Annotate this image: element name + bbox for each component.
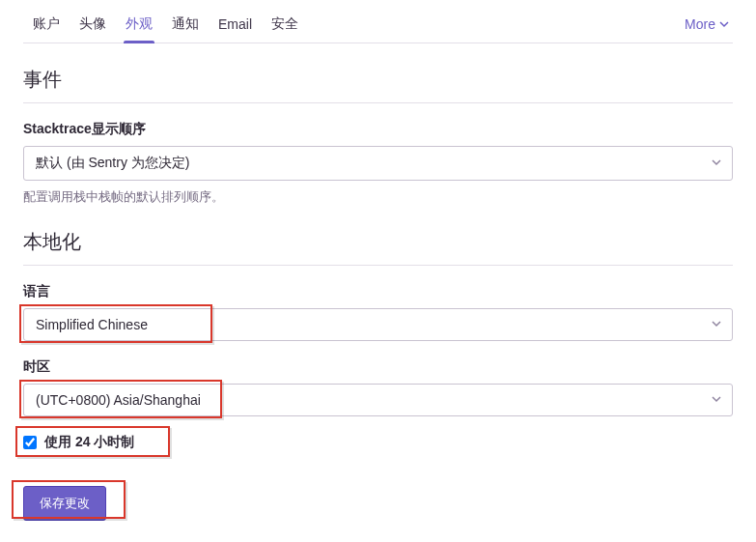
tab-email[interactable]: Email — [209, 9, 262, 42]
settings-tabs: 账户 头像 外观 通知 Email 安全 More — [23, 0, 733, 43]
tab-avatar[interactable]: 头像 — [70, 8, 116, 43]
select-value: 默认 (由 Sentry 为您决定) — [36, 155, 189, 170]
select-value: (UTC+0800) Asia/Shanghai — [36, 392, 201, 408]
tab-label: 安全 — [271, 15, 298, 31]
tab-security[interactable]: 安全 — [262, 8, 308, 43]
clock24-label: 使用 24 小时制 — [44, 434, 134, 451]
clock24-checkbox[interactable] — [23, 436, 37, 449]
tabs-more-label: More — [685, 16, 715, 32]
section-localization-title: 本地化 — [23, 229, 733, 266]
field-clock24: 使用 24 小时制 — [23, 434, 733, 451]
field-label: Stacktrace显示顺序 — [23, 121, 733, 138]
stacktrace-order-select[interactable]: 默认 (由 Sentry 为您决定) — [23, 146, 733, 181]
field-stacktrace-order: Stacktrace显示顺序 默认 (由 Sentry 为您决定) 配置调用栈中… — [23, 121, 733, 206]
tabs-more[interactable]: More — [681, 9, 733, 42]
field-label: 语言 — [23, 283, 733, 300]
tab-label: Email — [218, 16, 252, 32]
field-help: 配置调用栈中栈帧的默认排列顺序。 — [23, 188, 733, 206]
field-label: 时区 — [23, 358, 733, 376]
section-events-title: 事件 — [23, 67, 733, 103]
tab-label: 通知 — [172, 15, 199, 31]
field-timezone: 时区 (UTC+0800) Asia/Shanghai — [23, 358, 733, 416]
field-language: 语言 Simplified Chinese — [23, 283, 733, 341]
chevron-down-icon — [711, 156, 722, 171]
tab-appearance[interactable]: 外观 — [116, 8, 162, 43]
tab-label: 外观 — [126, 15, 153, 31]
timezone-select[interactable]: (UTC+0800) Asia/Shanghai — [23, 384, 733, 416]
chevron-down-icon — [711, 392, 722, 408]
tab-label: 账户 — [33, 15, 60, 31]
tab-account[interactable]: 账户 — [23, 8, 70, 43]
tab-notifications[interactable]: 通知 — [162, 8, 209, 43]
tab-label: 头像 — [79, 15, 106, 31]
save-button[interactable]: 保存更改 — [23, 486, 106, 521]
language-select[interactable]: Simplified Chinese — [23, 308, 733, 341]
select-value: Simplified Chinese — [36, 317, 148, 332]
chevron-down-icon — [719, 16, 729, 32]
chevron-down-icon — [711, 317, 722, 332]
